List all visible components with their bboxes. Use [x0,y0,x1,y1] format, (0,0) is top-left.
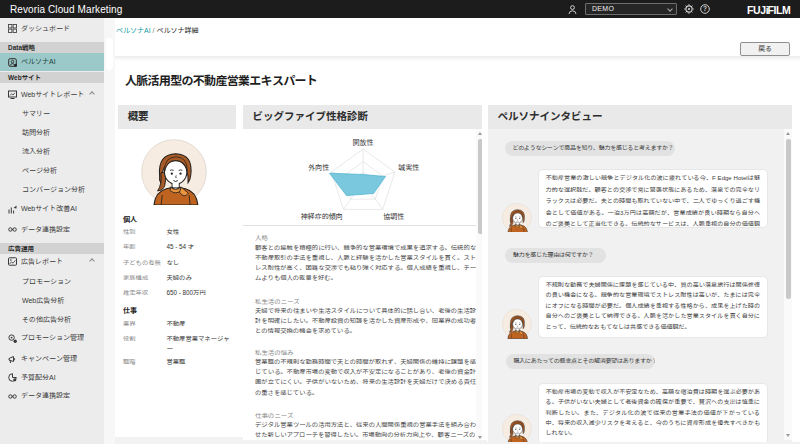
svg-text:協調性: 協調性 [383,212,404,221]
svg-text:開放性: 開放性 [352,138,373,147]
svg-text:外向性: 外向性 [308,163,329,171]
svg-text:神経症的傾向: 神経症的傾向 [300,212,342,221]
svg-text:誠実性: 誠実性 [398,164,419,172]
svg-text:?: ? [703,5,707,12]
